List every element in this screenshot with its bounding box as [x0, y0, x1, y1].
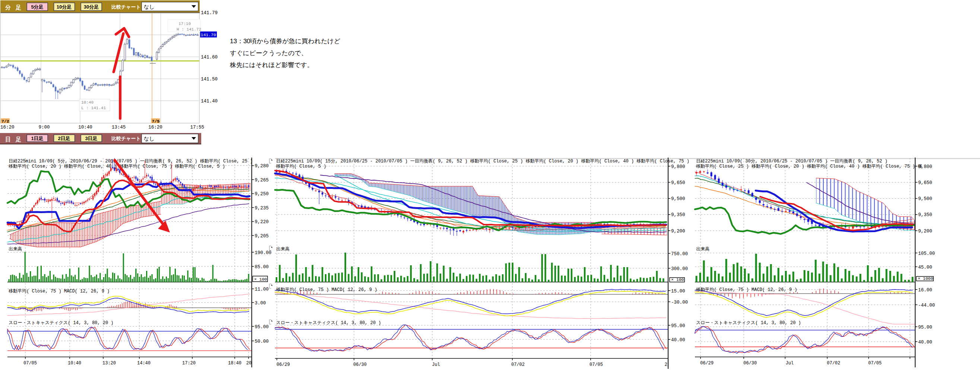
svg-text:06/30: 06/30 [353, 362, 367, 367]
svg-text:95.00: 95.00 [255, 324, 269, 330]
svg-text:2日足: 2日足 [58, 136, 70, 141]
svg-text:300.00: 300.00 [671, 266, 688, 272]
svg-text:16:20: 16:20 [0, 125, 14, 130]
svg-text:10分足: 10分足 [57, 4, 72, 10]
svg-text:10:40: 10:40 [78, 125, 92, 130]
svg-text:40.00: 40.00 [671, 337, 685, 343]
svg-text:9,500: 9,500 [918, 196, 932, 202]
svg-text:9,500: 9,500 [671, 196, 685, 202]
svg-text:141.50: 141.50 [201, 77, 218, 82]
svg-text:14:40: 14:40 [137, 361, 151, 366]
svg-text:7/5: 7/5 [152, 119, 160, 124]
svg-text:比較チャート: 比較チャート [111, 136, 141, 141]
svg-text:9,250: 9,250 [255, 192, 269, 197]
svg-text:3.00: 3.00 [255, 301, 266, 306]
svg-text:1日足: 1日足 [31, 136, 43, 141]
svg-text:9,350: 9,350 [918, 212, 932, 218]
svg-text:日経225mini 10/09( 5分, 2010/06/2: 日経225mini 10/09( 5分, 2010/06/29 - 2010/0… [9, 158, 253, 164]
svg-text:105.00: 105.00 [918, 251, 935, 256]
svg-text:07/05: 07/05 [24, 361, 37, 366]
svg-text:× 100: × 100 [671, 277, 684, 282]
svg-text:141.79: 141.79 [201, 10, 218, 16]
svg-text:出来高: 出来高 [9, 246, 22, 252]
svg-text:10:40: 10:40 [68, 361, 81, 366]
svg-text:750.00: 750.00 [671, 251, 688, 257]
svg-text:なし: なし [144, 136, 154, 141]
svg-text:9,280: 9,280 [255, 164, 269, 169]
svg-text:移動平均( Close, 5 ): 移動平均( Close, 5 ) [276, 164, 326, 169]
svg-text:45.00: 45.00 [918, 265, 932, 270]
svg-text:9,200: 9,200 [671, 229, 685, 234]
svg-text:13:45: 13:45 [112, 125, 126, 130]
svg-text:9,205: 9,205 [255, 234, 269, 239]
svg-text:190.00: 190.00 [255, 250, 272, 256]
svg-text:30分足: 30分足 [84, 4, 99, 10]
svg-text:L : 141.41: L : 141.41 [81, 106, 106, 110]
svg-text:スロー・ストキャスティクス( 14, 3, 80, 20 ): スロー・ストキャスティクス( 14, 3, 80, 20 ) [696, 320, 801, 326]
svg-text:50.00: 50.00 [255, 339, 269, 344]
svg-text:3日足: 3日足 [85, 136, 97, 141]
svg-text:なし: なし [144, 4, 154, 10]
svg-text:9,200: 9,200 [918, 229, 932, 234]
svg-text:移動平均( Close, 75 ) MACD( 12,: 移動平均( Close, 75 ) MACD( 12, 26, 9 ) [9, 289, 110, 294]
svg-text:07/05: 07/05 [590, 362, 603, 367]
svg-text:日経225mini 10/09( 15分, 2010/06/: 日経225mini 10/09( 15分, 2010/06/25 - 2010/… [276, 158, 689, 164]
svg-text:17:20: 17:20 [182, 361, 196, 366]
svg-text:95.00: 95.00 [918, 325, 932, 330]
svg-text:日経225mini 10/09( 30分, 2010/06/: 日経225mini 10/09( 30分, 2010/06/25 - 2010/… [696, 158, 888, 164]
svg-text:× 100: × 100 [254, 277, 267, 282]
svg-text:Jul: Jul [432, 362, 440, 367]
svg-text:07/02: 07/02 [827, 361, 840, 366]
svg-text:スロー・ストキャスティクス( 14, 3, 80, 20 ): スロー・ストキャスティクス( 14, 3, 80, 20 ) [9, 320, 114, 326]
svg-text:18:40: 18:40 [228, 361, 242, 366]
svg-text:スロー・ストキャスティクス( 14, 3, 80, 20 ): スロー・ストキャスティクス( 14, 3, 80, 20 ) [276, 320, 381, 326]
svg-text:15.00: 15.00 [671, 289, 685, 294]
svg-text:95.00: 95.00 [671, 323, 685, 329]
svg-text:16.00: 16.00 [918, 288, 932, 293]
svg-text:移動平均( Close, 75 ) MACD( 12,: 移動平均( Close, 75 ) MACD( 12, 26, 9 ) [276, 287, 377, 292]
svg-text:06/29: 06/29 [700, 361, 714, 366]
svg-text:9,800: 9,800 [671, 164, 685, 170]
svg-text:H : 141.72: H : 141.72 [177, 27, 201, 32]
svg-text:16:20: 16:20 [148, 125, 162, 130]
svg-text:Jul: Jul [786, 361, 794, 366]
svg-text:分: 分 [5, 4, 11, 10]
svg-text:141.60: 141.60 [201, 55, 218, 60]
svg-text:17:10: 17:10 [178, 22, 191, 26]
svg-text:9,220: 9,220 [255, 219, 269, 225]
svg-text:06/29: 06/29 [277, 362, 290, 367]
svg-text:11.00: 11.00 [255, 287, 269, 292]
svg-text:足: 足 [15, 136, 21, 143]
svg-text:-44.00: -44.00 [918, 303, 935, 308]
svg-text:比較チャート: 比較チャート [111, 4, 141, 10]
svg-text:40.00: 40.00 [918, 340, 932, 345]
svg-text:日: 日 [5, 136, 11, 142]
svg-text:10:40: 10:40 [81, 100, 94, 105]
svg-text:出来高: 出来高 [276, 246, 290, 252]
svg-text:× 1000: × 1000 [918, 276, 934, 281]
svg-text:9,650: 9,650 [918, 180, 932, 186]
svg-text:20: 20 [246, 361, 251, 366]
svg-text:出来高: 出来高 [696, 246, 710, 252]
svg-text:17:55: 17:55 [190, 125, 204, 130]
svg-text:85.00: 85.00 [255, 264, 269, 270]
svg-text:06/30: 06/30 [743, 361, 757, 366]
svg-text:7/2: 7/2 [2, 119, 9, 124]
svg-text:-30.00: -30.00 [671, 300, 688, 305]
svg-text:移動平均( Close, 75 ) MACD( 12,: 移動平均( Close, 75 ) MACD( 12, 26, 9 ) [696, 287, 797, 292]
svg-text:9,265: 9,265 [255, 178, 269, 183]
svg-text:足: 足 [15, 4, 21, 11]
svg-text:9,350: 9,350 [671, 212, 685, 218]
svg-text:07/02: 07/02 [511, 362, 525, 367]
svg-text:2: 2 [664, 362, 667, 367]
svg-text:9,650: 9,650 [671, 180, 685, 186]
svg-text:9,235: 9,235 [255, 206, 269, 211]
svg-text:5分足: 5分足 [31, 4, 43, 10]
svg-text:141.70: 141.70 [201, 32, 216, 37]
svg-text:13:20: 13:20 [102, 361, 116, 366]
svg-text:141.40: 141.40 [201, 99, 218, 104]
svg-text:07/05: 07/05 [868, 361, 881, 366]
svg-text:9:00: 9:00 [38, 125, 49, 130]
svg-text:移動平均( Close, 25 ) 移動平均( Clos: 移動平均( Close, 25 ) 移動平均( Close, 20 ) 移動平均… [696, 164, 922, 169]
